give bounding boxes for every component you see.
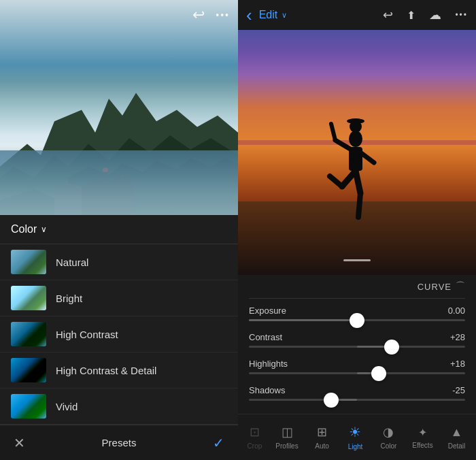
svg-marker-2	[0, 158, 238, 215]
person-silhouette-svg	[323, 112, 391, 234]
contrast-value: +28	[450, 332, 465, 342]
right-top-right: ↩ ⬆ ☁ •••	[383, 7, 468, 22]
svg-marker-4	[82, 175, 136, 215]
slider-exposure: Exposure 0.00	[249, 301, 465, 328]
check-icon[interactable]: ✓	[213, 435, 224, 451]
edit-chevron-icon: ∨	[282, 11, 287, 20]
presets-chevron-icon[interactable]: ∨	[41, 225, 47, 234]
preset-thumb-bright	[11, 286, 46, 310]
shadows-label: Shadows	[249, 385, 285, 395]
preset-item-natural[interactable]: Natural	[0, 244, 238, 280]
slider-shadows: Shadows -25	[249, 381, 465, 408]
nav-item-color[interactable]: ◑ Color	[373, 422, 403, 453]
shadows-track[interactable]	[249, 399, 465, 401]
preset-name-bright: Bright	[56, 293, 82, 304]
mountain-svg	[0, 65, 238, 215]
nav-item-detail[interactable]: ▲ Detail	[442, 423, 472, 453]
detail-icon: ▲	[451, 425, 463, 440]
preset-thumb-hcdetail	[11, 358, 46, 382]
adjustments-panel: CURVE ⌒ Exposure 0.00 Contrast +28	[238, 275, 476, 414]
preset-thumb-natural	[11, 250, 46, 274]
preset-item-vivid[interactable]: Vivid	[0, 389, 238, 425]
exposure-thumb[interactable]	[350, 313, 364, 328]
auto-icon: ⊞	[317, 425, 327, 440]
bottom-nav: ⊡ Crop ◫ Profiles ⊞ Auto ☀ Light ◑ Color…	[238, 414, 476, 460]
highlights-label: Highlights	[249, 359, 288, 369]
more-icon[interactable]: •••	[216, 10, 230, 20]
exposure-value: 0.00	[448, 306, 465, 316]
slider-contrast: Contrast +28	[249, 328, 465, 355]
preset-thumb-highcontrast	[11, 322, 46, 346]
preset-list: Natural Bright High Contrast High Contra…	[0, 244, 238, 425]
crop-icon: ⊡	[250, 425, 260, 440]
presets-header: Color ∨	[0, 215, 238, 244]
preset-name-natural: Natural	[56, 257, 88, 268]
preset-name-vivid: Vivid	[56, 401, 78, 412]
color-icon: ◑	[383, 425, 394, 440]
svg-line-14	[358, 193, 360, 217]
crop-label: Crop	[248, 442, 262, 450]
highlights-value: +18	[450, 359, 465, 369]
nav-item-profiles[interactable]: ◫ Profiles	[270, 422, 303, 453]
nav-item-crop[interactable]: ⊡ Crop	[242, 422, 267, 453]
svg-marker-3	[54, 175, 136, 215]
nav-item-auto[interactable]: ⊞ Auto	[307, 422, 337, 453]
preset-item-highcontrast[interactable]: High Contrast	[0, 316, 238, 352]
auto-label: Auto	[315, 442, 329, 450]
svg-line-16	[331, 124, 335, 140]
curve-icon[interactable]: ⌒	[456, 280, 465, 293]
svg-point-6	[103, 167, 108, 172]
cloud-icon[interactable]: ☁	[429, 7, 441, 22]
profiles-label: Profiles	[275, 442, 298, 450]
share-icon[interactable]: ⬆	[407, 9, 415, 22]
presets-panel: Color ∨ Natural Bright High Contrast Hig…	[0, 215, 238, 460]
preset-name-highcontrast: High Contrast	[56, 329, 118, 340]
left-toolbar: ↩ •••	[0, 0, 238, 30]
contrast-thumb[interactable]	[384, 340, 399, 355]
svg-marker-0	[0, 93, 238, 215]
right-top-left: ‹ Edit ∨	[246, 5, 287, 26]
undo-icon-right[interactable]: ↩	[383, 7, 393, 22]
svg-point-5	[103, 171, 107, 180]
edit-label: Edit	[259, 9, 278, 21]
detail-label: Detail	[448, 442, 466, 450]
photo-indicator	[343, 259, 371, 261]
exposure-track[interactable]	[249, 319, 465, 321]
right-photo	[238, 30, 476, 275]
presets-title: Color	[11, 223, 37, 235]
left-panel: ↩ ••• Color ∨ Natural Bright High Contra…	[0, 0, 238, 460]
presets-bottom-bar: ✕ Presets ✓	[0, 425, 238, 460]
slider-highlights: Highlights +18	[249, 355, 465, 381]
nav-item-light[interactable]: ☀ Light	[340, 421, 370, 453]
back-icon[interactable]: ‹	[246, 5, 252, 26]
exposure-label: Exposure	[249, 306, 286, 316]
highlights-thumb[interactable]	[371, 366, 386, 381]
preset-item-bright[interactable]: Bright	[0, 280, 238, 316]
contrast-label: Contrast	[249, 332, 282, 342]
right-panel: ‹ Edit ∨ ↩ ⬆ ☁ •••	[238, 0, 476, 460]
profiles-icon: ◫	[282, 425, 293, 440]
svg-point-9	[347, 118, 364, 124]
svg-line-12	[330, 176, 342, 186]
left-photo: ↩ •••	[0, 0, 238, 215]
more-icon-right[interactable]: •••	[455, 10, 468, 20]
nav-item-effects[interactable]: ✦ Effects	[407, 423, 438, 452]
svg-line-13	[356, 171, 360, 193]
preset-item-hcdetail[interactable]: High Contrast & Detail	[0, 352, 238, 389]
light-label: Light	[348, 443, 363, 450]
contrast-track[interactable]	[249, 346, 465, 348]
light-icon: ☀	[349, 424, 361, 440]
curve-header: CURVE ⌒	[249, 275, 465, 299]
effects-icon: ✦	[418, 426, 427, 439]
shadows-value: -25	[452, 385, 465, 395]
undo-icon[interactable]: ↩	[192, 6, 205, 24]
right-top-bar: ‹ Edit ∨ ↩ ⬆ ☁ •••	[238, 0, 476, 30]
exposure-fill	[249, 319, 357, 321]
preset-thumb-vivid	[11, 394, 46, 418]
svg-point-7	[349, 131, 362, 147]
highlights-track[interactable]	[249, 372, 465, 374]
close-icon[interactable]: ✕	[14, 435, 25, 451]
presets-label: Presets	[102, 437, 137, 448]
shadows-thumb[interactable]	[324, 393, 339, 408]
curve-label: CURVE	[418, 282, 452, 292]
